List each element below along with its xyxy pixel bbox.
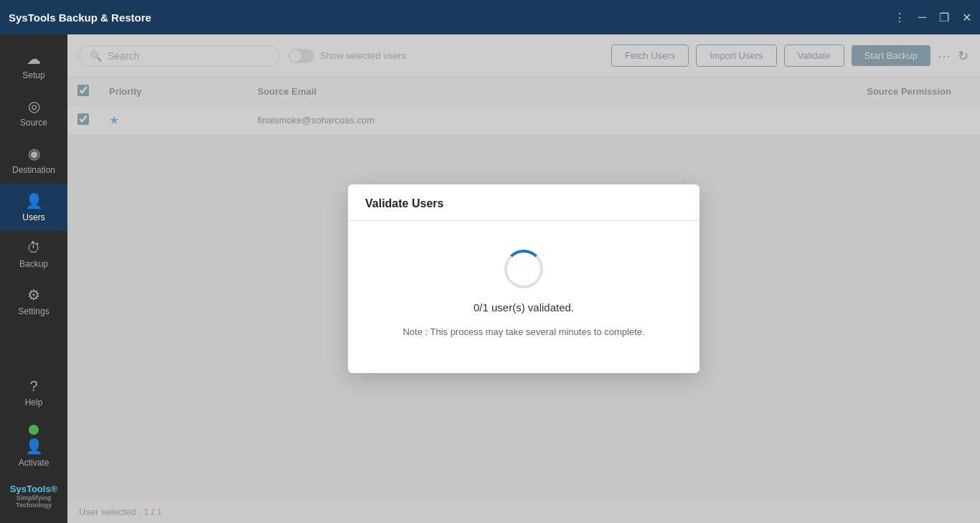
sidebar: ☁ Setup ◎ Source ◉ Destination 👤 Users ⏱… — [0, 34, 67, 523]
source-icon: ◎ — [28, 98, 40, 115]
loading-spinner — [504, 250, 543, 288]
sidebar-label-destination: Destination — [12, 165, 55, 175]
sidebar-item-help[interactable]: ? Help — [0, 369, 67, 416]
menu-icon[interactable]: ⋮ — [894, 11, 905, 24]
logo-text: SysTools® — [4, 484, 63, 494]
maximize-icon[interactable]: ❐ — [939, 11, 949, 24]
sidebar-item-destination[interactable]: ◉ Destination — [0, 136, 67, 184]
sidebar-item-setup[interactable]: ☁ Setup — [0, 42, 67, 89]
modal-status: 0/1 user(s) validated. — [473, 301, 574, 314]
sidebar-item-source[interactable]: ◎ Source — [0, 89, 67, 136]
activate-badge — [29, 425, 39, 435]
sidebar-label-users: Users — [22, 212, 44, 222]
app-body: ☁ Setup ◎ Source ◉ Destination 👤 Users ⏱… — [0, 34, 980, 523]
sidebar-item-activate[interactable]: 👤 Activate — [0, 416, 67, 476]
settings-icon: ⚙ — [27, 286, 40, 303]
activate-icon: 👤 — [25, 438, 43, 455]
logo-tagline: Simplifying Technology — [4, 494, 63, 509]
sidebar-logo: SysTools® Simplifying Technology — [0, 476, 67, 516]
modal-note: Note : This process may take several min… — [402, 326, 644, 337]
close-icon[interactable]: ✕ — [962, 11, 971, 24]
help-icon: ? — [29, 378, 37, 395]
sidebar-label-backup: Backup — [19, 259, 48, 269]
sidebar-label-setup: Setup — [22, 70, 44, 80]
sidebar-label-settings: Settings — [18, 306, 49, 316]
content-area: 🔍 Show selected users Fetch Users Import… — [67, 34, 980, 523]
backup-icon: ⏱ — [27, 240, 41, 256]
sidebar-label-source: Source — [20, 118, 47, 128]
minimize-icon[interactable]: ─ — [918, 11, 926, 24]
destination-icon: ◉ — [28, 145, 40, 162]
modal-body: 0/1 user(s) validated. Note : This proce… — [348, 221, 699, 373]
titlebar-controls: ⋮ ─ ❐ ✕ — [894, 11, 971, 24]
modal-title: Validate Users — [365, 197, 443, 209]
titlebar: SysTools Backup & Restore ⋮ ─ ❐ ✕ — [0, 0, 980, 34]
users-icon: 👤 — [25, 192, 43, 209]
sidebar-item-backup[interactable]: ⏱ Backup — [0, 231, 67, 278]
sidebar-label-activate: Activate — [19, 458, 50, 468]
sidebar-item-users[interactable]: 👤 Users — [0, 184, 67, 231]
validate-modal: Validate Users 0/1 user(s) validated. No… — [348, 184, 699, 373]
sidebar-bottom: ? Help 👤 Activate SysTools® Simplifying … — [0, 369, 67, 516]
titlebar-left: SysTools Backup & Restore — [9, 11, 151, 24]
sidebar-label-help: Help — [25, 397, 43, 407]
modal-overlay: Validate Users 0/1 user(s) validated. No… — [67, 34, 980, 523]
cloud-icon: ☁ — [27, 50, 41, 67]
app-title: SysTools Backup & Restore — [9, 11, 151, 24]
modal-header: Validate Users — [348, 184, 699, 221]
sidebar-item-settings[interactable]: ⚙ Settings — [0, 278, 67, 325]
